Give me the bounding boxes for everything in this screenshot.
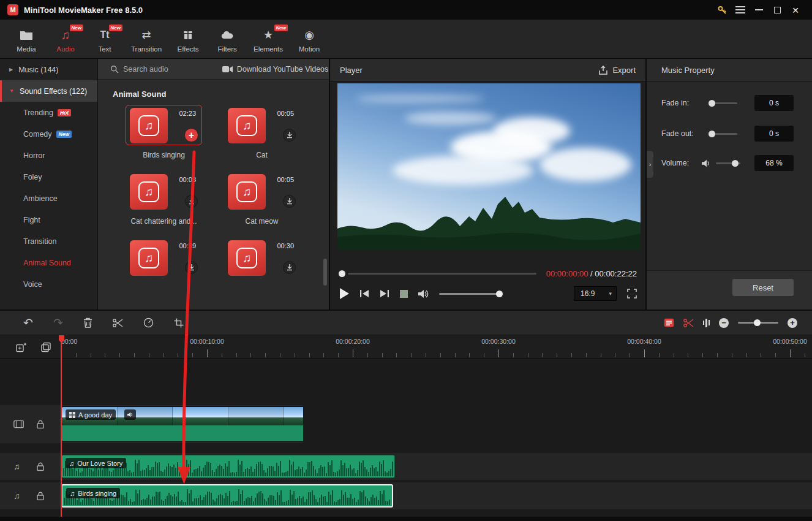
duplicate-track-icon[interactable] xyxy=(41,342,51,352)
stop-button[interactable] xyxy=(400,290,408,298)
download-button[interactable] xyxy=(185,195,198,208)
lock-track-icon[interactable] xyxy=(37,420,44,429)
sidebar-category[interactable]: Trending Hot xyxy=(0,102,97,123)
tab-motion[interactable]: ◉ Motion xyxy=(291,26,327,53)
next-frame-button[interactable] xyxy=(380,289,389,299)
crop-button[interactable] xyxy=(174,318,184,328)
sidebar-category[interactable]: Horror xyxy=(0,145,97,166)
audio-card-cell: ♫ 00:30 + xyxy=(224,237,300,283)
speaker-icon xyxy=(127,412,133,417)
audio-wave-icon[interactable] xyxy=(703,319,710,327)
tab-filters[interactable]: Filters xyxy=(209,26,245,53)
audio-card-cell: ♫ 00:05 + Cat meow xyxy=(224,171,300,226)
minimize-button[interactable] xyxy=(750,0,768,20)
treeline-silhouette xyxy=(337,192,641,250)
sound-effect-clip-selected[interactable]: ♫ Birds singing xyxy=(61,484,393,508)
speed-button[interactable] xyxy=(143,318,154,328)
tab-elements[interactable]: ★ Elements New xyxy=(249,26,288,53)
download-button[interactable] xyxy=(283,261,296,274)
audio-card[interactable]: ♫ 00:39 + xyxy=(126,237,202,278)
audio-card[interactable]: ♫ 00:05 + xyxy=(224,105,300,145)
collapse-panel-handle[interactable]: › xyxy=(647,151,653,178)
sidebar-category[interactable]: Voice xyxy=(0,273,97,295)
sidebar-category[interactable]: Animal Sound xyxy=(0,252,97,273)
video-track-row: A good day xyxy=(0,405,303,443)
license-key-icon[interactable] xyxy=(713,0,731,20)
tab-audio[interactable]: ♫ Audio New xyxy=(48,26,83,53)
lock-track-icon[interactable] xyxy=(37,462,44,471)
lock-track-icon[interactable] xyxy=(37,492,44,501)
sidebar-category[interactable]: Comedy New xyxy=(0,123,97,145)
split-clip-icon[interactable] xyxy=(683,318,694,328)
property-volume-handle[interactable] xyxy=(732,160,739,167)
tab-effects[interactable]: Effects xyxy=(170,26,206,53)
time-ruler[interactable]: 00:00 00:00:10:00 00:00:20:00 00:00:30:0… xyxy=(0,335,812,359)
download-youtube-button[interactable]: Download YouTube Videos xyxy=(222,65,329,74)
elements-star-icon: ★ xyxy=(263,28,273,42)
export-button[interactable]: Export xyxy=(599,66,636,75)
add-media-track-icon[interactable] xyxy=(16,342,26,352)
new-badge: New xyxy=(274,25,288,31)
audio-card[interactable]: ♫ 00:05 + xyxy=(224,171,300,211)
sidebar-item-music[interactable]: ▶ Music (144) xyxy=(0,59,97,80)
audio-card[interactable]: ♫ 00:30 + xyxy=(224,237,300,278)
download-button[interactable] xyxy=(283,195,296,208)
audio-card[interactable]: ♫ 00:08 + xyxy=(126,171,202,211)
media-folder-icon xyxy=(20,28,33,42)
sidebar-category[interactable]: Ambience xyxy=(0,188,97,209)
volume-slider[interactable] xyxy=(439,293,502,295)
add-to-timeline-button[interactable]: + xyxy=(185,129,198,142)
playhead[interactable] xyxy=(61,335,62,517)
volume-value[interactable]: 68 % xyxy=(754,155,794,171)
fade-in-slider[interactable] xyxy=(709,100,737,107)
tab-text[interactable]: Tt Text New xyxy=(87,26,122,53)
download-button[interactable] xyxy=(185,261,198,274)
sidebar-item-sound-effects[interactable]: ▼ Sound Effects (122) xyxy=(0,80,97,102)
volume-icon[interactable] xyxy=(418,289,429,299)
seek-track[interactable] xyxy=(348,273,536,275)
menu-icon[interactable] xyxy=(731,0,750,20)
zoom-in-button[interactable]: + xyxy=(788,318,797,328)
search-input[interactable]: Search audio xyxy=(98,65,222,74)
sidebar-category[interactable]: Fight xyxy=(0,209,97,230)
video-track-icon[interactable] xyxy=(13,420,24,428)
attach-track-icon[interactable] xyxy=(664,318,674,327)
split-scissors-button[interactable] xyxy=(113,318,123,328)
property-volume-slider[interactable] xyxy=(716,160,740,167)
fade-in-value[interactable]: 0 s xyxy=(754,95,794,111)
aspect-ratio-dropdown[interactable]: 16:9 ▾ xyxy=(574,286,617,301)
sidebar-category[interactable]: Transition xyxy=(0,230,97,252)
close-button[interactable]: × xyxy=(786,0,805,20)
volume-handle[interactable] xyxy=(496,291,503,297)
scrollbar-thumb[interactable] xyxy=(323,259,327,286)
sidebar-category[interactable]: Foley xyxy=(0,166,97,188)
redo-button[interactable]: ↷ xyxy=(53,317,63,329)
seek-handle[interactable] xyxy=(339,270,345,277)
maximize-button[interactable] xyxy=(768,0,786,20)
zoom-out-button[interactable]: − xyxy=(719,318,729,328)
fade-out-handle[interactable] xyxy=(709,131,715,137)
play-button[interactable] xyxy=(340,288,349,299)
delete-button[interactable] xyxy=(83,318,92,328)
tab-media[interactable]: Media xyxy=(9,26,44,53)
zoom-handle[interactable] xyxy=(754,319,761,326)
video-clip[interactable]: A good day xyxy=(61,406,303,442)
fullscreen-button[interactable] xyxy=(627,289,637,299)
music-property-panel: Music Property › Fade in: 0 s Fade out: … xyxy=(647,59,812,310)
download-button[interactable] xyxy=(283,129,296,142)
fade-out-slider[interactable] xyxy=(709,131,737,137)
music-clip[interactable]: ♫ Our Love Story xyxy=(61,455,395,478)
previous-frame-button[interactable] xyxy=(359,289,369,299)
audio-duration: 00:39 xyxy=(179,242,196,249)
download-icon xyxy=(287,132,293,139)
fade-out-value[interactable]: 0 s xyxy=(754,126,794,142)
audio-track-icon[interactable]: ♫ xyxy=(13,462,20,471)
zoom-slider[interactable] xyxy=(738,319,778,326)
audio-card[interactable]: ♫ 02:23 + xyxy=(126,105,202,145)
audio-track-icon[interactable]: ♫ xyxy=(13,491,20,501)
tab-transition[interactable]: ⇄ Transition xyxy=(126,26,167,53)
reset-button[interactable]: Reset xyxy=(732,279,794,296)
undo-button[interactable]: ↶ xyxy=(23,317,33,329)
clip-audio-indicator xyxy=(124,409,136,420)
fade-in-handle[interactable] xyxy=(709,100,715,107)
